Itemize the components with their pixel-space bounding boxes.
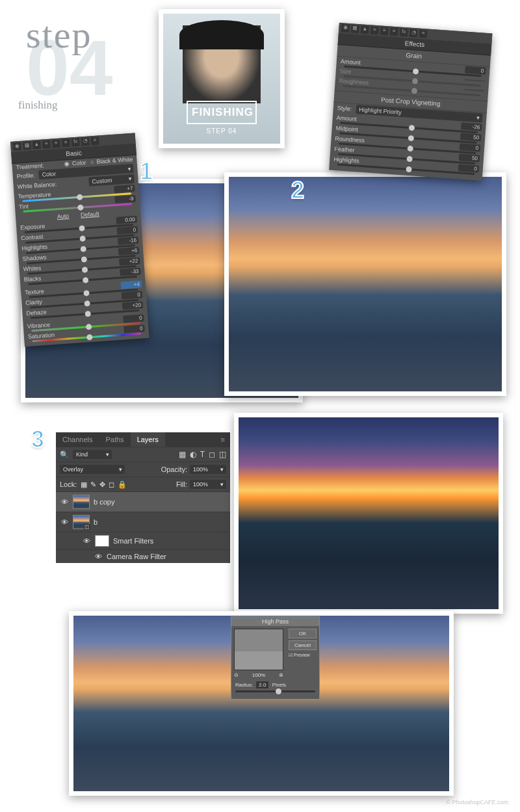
step-badge-1: 1 [140, 158, 153, 185]
lock-all-icon[interactable]: 🔒 [118, 480, 127, 489]
preview-checkbox[interactable]: ☑ [289, 653, 292, 657]
pcv-midpoint-value[interactable]: 50 [460, 133, 482, 141]
visibility-icon[interactable]: 👁 [94, 553, 103, 560]
radius-value[interactable]: 2.0 [256, 681, 268, 688]
lock-brush-icon[interactable]: ✎ [90, 480, 96, 489]
sunset-image-3 [234, 413, 503, 614]
zoom-out-icon[interactable]: ⊖ [234, 672, 239, 678]
pcv-style-label: Style: [337, 105, 352, 112]
layer-kind-dropdown[interactable]: Kind [73, 450, 112, 459]
finishing-title: FINISHING [187, 101, 257, 124]
tab-paths[interactable]: Paths [99, 432, 130, 447]
tint-label: Tint [19, 203, 29, 210]
texture-value[interactable]: +4 [120, 280, 142, 289]
high-pass-title: High Pass [231, 617, 319, 626]
radius-slider[interactable] [235, 690, 315, 692]
auto-button[interactable]: Auto [57, 213, 69, 220]
pixels-label: Pixels [272, 682, 286, 688]
layer-name-1[interactable]: b copy [94, 498, 114, 506]
contrast-value[interactable]: 0 [117, 226, 138, 235]
filter-shape-icon[interactable]: ◻ [209, 450, 215, 459]
lock-pixels-icon[interactable]: ▦ [81, 480, 87, 489]
camera-raw-effects-panel[interactable]: ◉▦▲≡≡≡fx◔≡ Effects Grain Amount0 Size Ro… [329, 23, 492, 181]
zoom-in-icon[interactable]: ⊕ [279, 672, 283, 678]
smart-filters-row[interactable]: 👁 Smart Filters [56, 532, 230, 549]
shadows-label: Shadows [22, 254, 47, 262]
highlights-label: Highlights [21, 243, 47, 252]
zoom-level[interactable]: 100% [252, 672, 265, 678]
opacity-label: Opacity: [161, 465, 187, 473]
pcv-amount-value[interactable]: -26 [461, 122, 482, 131]
filter-smart-icon[interactable]: ◫ [219, 450, 226, 459]
filter-pixel-icon[interactable]: ▦ [179, 450, 186, 459]
default-button[interactable]: Default [81, 211, 99, 218]
grain-amount-label: Amount [341, 58, 361, 66]
blend-mode-dropdown[interactable]: Overlay [60, 465, 125, 474]
panel-menu-icon[interactable]: ≡ [216, 432, 230, 447]
camera-raw-filter-row[interactable]: 👁 Camera Raw Filter [56, 549, 230, 563]
lock-position-icon[interactable]: ✥ [99, 480, 105, 489]
pcv-roundness-value[interactable]: 0 [460, 143, 481, 151]
blacks-value[interactable]: -33 [120, 268, 141, 276]
credit-text: © PhotoshopCAFE.com [446, 799, 508, 805]
layer-thumbnail-smart[interactable]: ◫ [73, 515, 90, 529]
texture-label: Texture [25, 287, 44, 295]
layer-name-2[interactable]: b [94, 518, 98, 526]
whites-value[interactable]: +22 [119, 257, 140, 266]
preview-label: Preview [294, 653, 310, 657]
camera-raw-basic-panel[interactable]: ◉▦▲≡≡≡fx◔≡ Basic Treatment:◉Color ○Black… [10, 133, 150, 347]
finishing-subtitle: STEP 04 [163, 127, 280, 135]
high-pass-dialog[interactable]: High Pass ⊖ 100% ⊕ OK Cancel ☑ Preview R… [231, 616, 320, 700]
contrast-label: Contrast [21, 233, 44, 241]
finishing-photo-card: FINISHING STEP 04 [159, 9, 285, 148]
layer-row[interactable]: 👁 ◫ b [56, 512, 230, 532]
grain-amount-value[interactable]: 0 [465, 66, 486, 75]
filter-adjust-icon[interactable]: ◐ [190, 450, 196, 459]
whites-label: Whites [23, 265, 41, 272]
shadows-value[interactable]: +6 [118, 247, 140, 255]
treatment-color[interactable]: Color [72, 159, 86, 166]
visibility-icon[interactable]: 👁 [60, 498, 69, 506]
wb-label: White Balance: [18, 181, 57, 190]
fill-label: Fill: [176, 480, 187, 488]
smart-filter-mask[interactable] [95, 535, 109, 547]
radius-label: Radius: [235, 682, 253, 688]
camera-raw-filter-label[interactable]: Camera Raw Filter [107, 553, 166, 560]
vibrance-label: Vibrance [27, 321, 50, 329]
vibrance-value[interactable]: 0 [123, 314, 144, 322]
step-word: step [26, 13, 92, 57]
pcv-highlights-label: Highlights [333, 155, 359, 164]
grain-size-value [464, 79, 485, 82]
lock-artboard-icon[interactable]: ◻ [109, 480, 114, 489]
tint-value[interactable]: -9 [114, 195, 136, 203]
layer-row-selected[interactable]: 👁 b copy [56, 491, 230, 512]
opacity-value[interactable]: 100% [190, 465, 226, 474]
filter-type-icon[interactable]: T [200, 450, 205, 459]
grain-roughness-value [463, 89, 484, 92]
cancel-button[interactable]: Cancel [289, 640, 317, 650]
layer-thumbnail[interactable] [73, 495, 90, 509]
profile-label: Profile: [16, 172, 35, 180]
clarity-label: Clarity [25, 298, 42, 306]
step-badge-2: 2 [291, 177, 304, 204]
grain-size-label: Size [339, 68, 351, 75]
high-pass-preview [234, 629, 283, 670]
saturation-value[interactable]: 0 [124, 324, 145, 333]
pcv-midpoint-label: Midpoint [335, 125, 358, 133]
ok-button[interactable]: OK [289, 629, 317, 638]
tab-channels[interactable]: Channels [56, 432, 99, 447]
layers-panel[interactable]: Channels Paths Layers ≡ 🔍 Kind ▦ ◐ T ◻ ◫… [56, 432, 230, 563]
step-subtitle: finishing [18, 99, 57, 112]
pcv-highlights-value[interactable]: 0 [458, 164, 480, 172]
pcv-feather-value[interactable]: 50 [459, 153, 480, 162]
highlights-value[interactable]: -16 [118, 237, 139, 245]
temp-value[interactable]: +7 [114, 185, 135, 193]
tab-layers[interactable]: Layers [131, 432, 165, 447]
dehaze-value[interactable]: +20 [122, 301, 144, 309]
fill-value[interactable]: 100% [190, 480, 226, 489]
clarity-value[interactable]: 0 [122, 291, 143, 299]
visibility-icon[interactable]: 👁 [60, 518, 69, 526]
pcv-amount-label: Amount [336, 114, 357, 122]
exposure-value[interactable]: 0.00 [116, 216, 137, 224]
visibility-icon[interactable]: 👁 [82, 537, 91, 545]
